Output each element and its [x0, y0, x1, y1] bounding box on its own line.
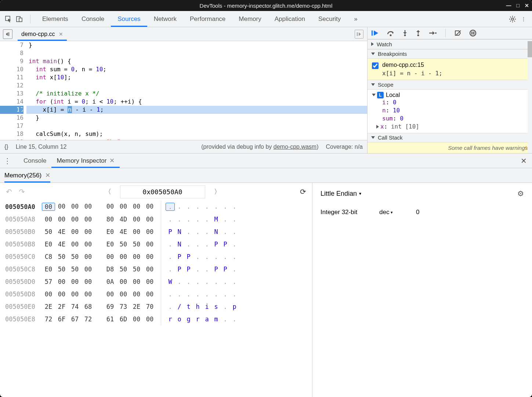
value-interpreter-row: Integer 32-bit dec▾ 0	[321, 205, 524, 220]
settings-gear-icon[interactable]	[507, 14, 518, 25]
svg-point-12	[470, 30, 476, 36]
svg-rect-4	[8, 32, 9, 36]
step-out-icon[interactable]	[415, 30, 421, 36]
interpreter-settings-icon[interactable]: ⚙	[517, 189, 524, 198]
hex-row[interactable]: 005050B0504E0000E04E0000PN...N..	[5, 225, 312, 238]
svg-point-3	[511, 18, 514, 20]
step-into-icon[interactable]	[402, 30, 408, 36]
svg-rect-6	[372, 30, 373, 36]
close-memory-tab-icon[interactable]: ✕	[45, 172, 50, 179]
breakpoint-location: demo-cpp.cc:15	[382, 62, 442, 68]
toggle-debugger-icon[interactable]	[355, 30, 363, 39]
interpreted-value: 0	[416, 209, 419, 216]
step-over-icon[interactable]	[387, 30, 395, 36]
pretty-print-icon[interactable]: {}	[4, 144, 8, 150]
callstack-warning: Some call frames have warnings ⚠	[368, 142, 532, 153]
overflow-tabs-icon[interactable]: »	[347, 11, 364, 27]
close-icon[interactable]: ✕	[525, 3, 529, 8]
hex-row[interactable]: 005050D0570000000A000000W.......	[5, 275, 312, 288]
device-toolbar-icon[interactable]	[14, 14, 25, 25]
cursor-position: Line 15, Column 12	[16, 144, 67, 150]
debug-toolbar	[368, 27, 532, 39]
breakpoint-checkbox[interactable]	[372, 62, 379, 69]
hex-row[interactable]: 005050E02E2F746869732E70./this.p	[5, 300, 312, 313]
value-type: Integer 32-bit	[321, 209, 379, 216]
hex-row[interactable]: 005050D80000000000000000........	[5, 288, 312, 300]
tab-memory[interactable]: Memory	[232, 11, 268, 27]
hex-viewer[interactable]: 005050A00000000000000000........005050A8…	[0, 201, 312, 397]
line-number-gutter[interactable]: 789101112131415161718192021	[0, 41, 26, 140]
scope-section-header[interactable]: Scope	[368, 80, 532, 89]
scope-var-x[interactable]: x: int [10]	[382, 123, 528, 131]
svg-rect-5	[357, 32, 358, 36]
scope-var-n[interactable]: n: 10	[382, 107, 528, 115]
toggle-navigator-icon[interactable]	[3, 29, 12, 39]
file-tab-demo-cpp[interactable]: demo-cpp.cc ✕	[18, 27, 67, 41]
drawer-tab-memory-inspector[interactable]: Memory Inspector ✕	[51, 154, 120, 168]
breakpoints-section-header[interactable]: Breakpoints	[368, 49, 532, 59]
drawer-menu-icon[interactable]: ⋮	[4, 156, 11, 165]
inspect-element-icon[interactable]	[3, 14, 14, 25]
svg-point-8	[404, 35, 406, 36]
svg-rect-2	[19, 18, 22, 22]
close-file-tab-icon[interactable]: ✕	[59, 31, 63, 37]
prev-page-icon[interactable]: 〈	[102, 187, 113, 196]
more-menu-icon[interactable]: ⋮	[518, 14, 529, 25]
drawer-tab-console[interactable]: Console	[18, 154, 51, 168]
wasm-source-link[interactable]: demo-cpp.wasm	[274, 144, 316, 150]
svg-point-7	[390, 35, 392, 36]
deactivate-breakpoints-icon[interactable]	[455, 30, 462, 36]
tab-application[interactable]: Application	[268, 11, 312, 27]
hex-row[interactable]: 005050A800000000804D0000.....M..	[5, 213, 312, 225]
scope-var-i[interactable]: i: 0	[382, 98, 528, 107]
svg-rect-14	[473, 32, 474, 35]
next-page-icon[interactable]: 〉	[212, 187, 223, 196]
memory-tab[interactable]: Memory(256) ✕	[4, 168, 50, 183]
hex-row[interactable]: 005050E8726F6772616D0000rogram..	[5, 313, 312, 325]
callstack-section-header[interactable]: Call Stack	[368, 133, 532, 142]
tab-sources[interactable]: Sources	[111, 11, 147, 27]
step-icon[interactable]	[428, 30, 437, 36]
minimize-icon[interactable]: —	[506, 3, 511, 8]
tab-security[interactable]: Security	[312, 11, 347, 27]
svg-rect-13	[471, 32, 473, 35]
close-memory-inspector-icon[interactable]: ✕	[109, 157, 115, 165]
hex-row[interactable]: 005050C8E0505000D8505000.PP..PP.	[5, 263, 312, 275]
editor-status-bar: {} Line 15, Column 12 (provided via debu…	[0, 140, 367, 153]
address-input[interactable]	[120, 185, 205, 198]
svg-point-10	[435, 32, 437, 34]
resume-icon[interactable]	[371, 30, 379, 36]
devtools-main-tabs: ElementsConsoleSourcesNetworkPerformance…	[0, 11, 532, 27]
breakpoint-item[interactable]: demo-cpp.cc:15 x[i] = n - i - 1;	[368, 59, 532, 80]
scope-var-sum[interactable]: sum: 0	[382, 115, 528, 123]
refresh-icon[interactable]: ⟳	[300, 187, 306, 196]
redo-icon[interactable]: ↷	[19, 187, 25, 196]
endianness-selector[interactable]: Little Endian▾	[321, 190, 361, 198]
undo-icon[interactable]: ↶	[6, 187, 12, 196]
breakpoint-code: x[i] = n - i - 1;	[382, 70, 442, 77]
tab-network[interactable]: Network	[147, 11, 183, 27]
file-tab-label: demo-cpp.cc	[21, 31, 55, 37]
window-titlebar: DevTools - memory-inspector.glitch.me/de…	[0, 0, 532, 11]
scope-local[interactable]: LLocal	[372, 92, 528, 98]
coverage-status: Coverage: n/a	[326, 144, 363, 150]
maximize-icon[interactable]: □	[517, 3, 520, 8]
code-editor[interactable]: }int main() { int sum = 0, n = 10; int x…	[26, 41, 367, 140]
value-format-selector[interactable]: dec▾	[379, 209, 416, 216]
svg-point-9	[417, 35, 419, 36]
close-drawer-icon[interactable]: ✕	[521, 156, 527, 165]
watch-section-header[interactable]: Watch	[368, 39, 532, 49]
tab-performance[interactable]: Performance	[183, 11, 232, 27]
pause-on-exceptions-icon[interactable]	[469, 29, 477, 37]
hex-row[interactable]: 005050C0C850500000000000.PP.....	[5, 250, 312, 263]
tab-console[interactable]: Console	[75, 11, 111, 27]
hex-row[interactable]: 005050B8E04E0000E0505000.N...PP.	[5, 238, 312, 250]
hex-row[interactable]: 005050A00000000000000000........	[5, 201, 312, 213]
debug-scrollbar[interactable]	[528, 41, 532, 153]
window-title: DevTools - memory-inspector.glitch.me/de…	[200, 3, 333, 9]
tab-elements[interactable]: Elements	[36, 11, 75, 27]
